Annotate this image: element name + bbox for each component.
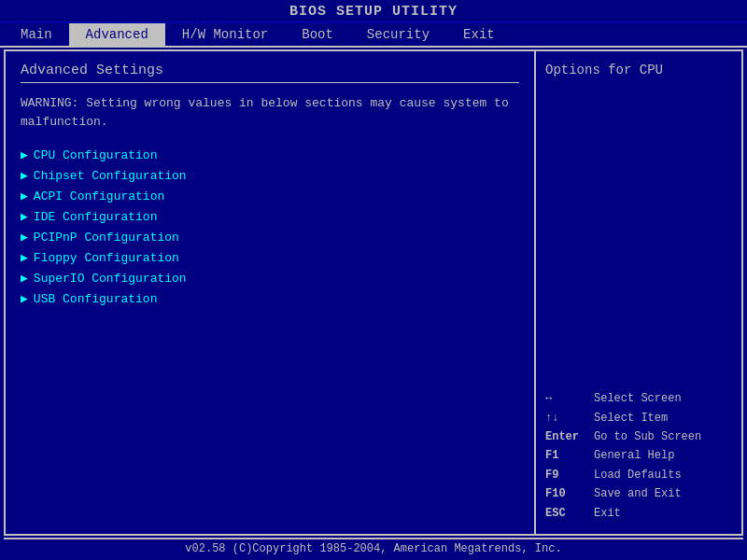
config-item[interactable]: ▶USB Configuration [21, 291, 519, 306]
config-arrow-icon: ▶ [21, 147, 28, 162]
config-item-label: ACPI Configuration [34, 189, 164, 203]
key-name: ↔ [545, 389, 594, 408]
key-help-row: ↔Select Screen [545, 389, 732, 408]
key-name: F9 [545, 466, 594, 484]
config-item[interactable]: ▶PCIPnP Configuration [21, 230, 519, 245]
menu-item-main[interactable]: Main [4, 23, 69, 46]
title-bar: BIOS SETUP UTILITY [0, 0, 747, 21]
key-help-row: ↑↓Select Item [545, 409, 732, 427]
config-item[interactable]: ▶Floppy Configuration [21, 250, 519, 265]
key-help-row: EnterGo to Sub Screen [545, 427, 732, 446]
key-name: Enter [545, 427, 594, 446]
left-panel: Advanced Settings WARNING: Setting wrong… [6, 51, 536, 534]
menu-item-exit[interactable]: Exit [446, 23, 512, 46]
status-bar: v02.58 (C)Copyright 1985-2004, American … [4, 538, 743, 558]
key-desc: Select Item [594, 409, 668, 427]
menu-item-h/w-monitor[interactable]: H/W Monitor [165, 23, 285, 46]
config-item[interactable]: ▶CPU Configuration [21, 147, 519, 162]
key-desc: Select Screen [594, 389, 682, 408]
key-help-row: F9Load Defaults [545, 466, 732, 484]
options-title: Options for CPU [545, 63, 732, 77]
bios-app: BIOS SETUP UTILITY MainAdvancedH/W Monit… [0, 0, 747, 560]
config-item-label: USB Configuration [34, 292, 158, 306]
section-divider [21, 82, 519, 83]
key-desc: Go to Sub Screen [594, 427, 701, 446]
warning-text: WARNING: Setting wrong values in below s… [21, 94, 519, 131]
config-arrow-icon: ▶ [21, 189, 28, 203]
help-spacer [545, 85, 732, 389]
config-item-label: CPU Configuration [34, 148, 158, 162]
config-arrow-icon: ▶ [21, 209, 28, 224]
config-arrow-icon: ▶ [21, 168, 28, 183]
config-item[interactable]: ▶Chipset Configuration [21, 168, 519, 183]
key-name: ↑↓ [545, 409, 594, 427]
section-title: Advanced Settings [21, 63, 519, 78]
config-item-label: PCIPnP Configuration [34, 231, 179, 245]
key-desc: Exit [594, 504, 621, 523]
config-item-label: Chipset Configuration [34, 169, 187, 183]
config-item-label: SuperIO Configuration [34, 272, 187, 286]
key-help-row: ESCExit [545, 504, 732, 523]
key-name: F1 [545, 446, 594, 465]
right-panel: Options for CPU ↔Select Screen↑↓Select I… [536, 51, 741, 534]
menu-item-advanced[interactable]: Advanced [69, 23, 165, 46]
config-item[interactable]: ▶SuperIO Configuration [21, 271, 519, 286]
menu-item-security[interactable]: Security [350, 23, 446, 46]
config-arrow-icon: ▶ [21, 291, 28, 306]
config-item-label: Floppy Configuration [34, 251, 179, 265]
key-name: ESC [545, 504, 594, 523]
config-item-label: IDE Configuration [34, 210, 158, 224]
key-help-row: F10Save and Exit [545, 484, 732, 503]
key-desc: General Help [594, 446, 674, 465]
config-item[interactable]: ▶IDE Configuration [21, 209, 519, 224]
config-list: ▶CPU Configuration▶Chipset Configuration… [21, 147, 519, 306]
main-content: Advanced Settings WARNING: Setting wrong… [4, 49, 743, 536]
config-arrow-icon: ▶ [21, 230, 28, 245]
key-desc: Load Defaults [594, 466, 682, 484]
key-help-row: F1General Help [545, 446, 732, 465]
config-item[interactable]: ▶ACPI Configuration [21, 189, 519, 203]
config-arrow-icon: ▶ [21, 250, 28, 265]
key-name: F10 [545, 484, 594, 503]
key-desc: Save and Exit [594, 484, 682, 503]
key-help: ↔Select Screen↑↓Select ItemEnterGo to Su… [545, 389, 732, 523]
app-title: BIOS SETUP UTILITY [289, 4, 458, 20]
config-arrow-icon: ▶ [21, 271, 28, 286]
menu-item-boot[interactable]: Boot [285, 23, 350, 46]
menu-bar[interactable]: MainAdvancedH/W MonitorBootSecurityExit [0, 21, 747, 48]
